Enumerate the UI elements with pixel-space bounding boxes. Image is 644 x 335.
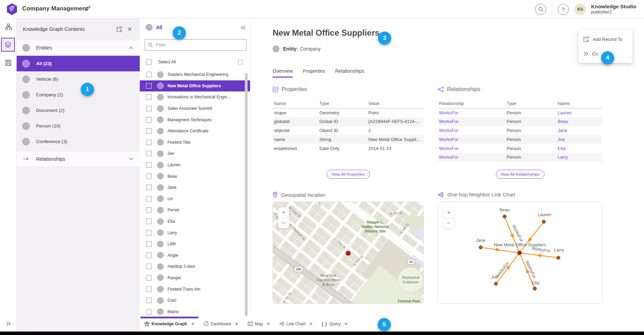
item-checkbox[interactable] xyxy=(146,162,152,168)
entity-list-item[interactable]: Persie xyxy=(140,204,250,216)
item-checkbox[interactable] xyxy=(146,128,152,134)
view-all-properties-button[interactable]: View All Properties xyxy=(327,170,370,179)
select-all-checkbox[interactable] xyxy=(146,59,152,65)
relationship-link[interactable]: WorksFor xyxy=(438,108,505,117)
item-checkbox[interactable] xyxy=(146,94,152,100)
close-tab-icon[interactable]: ✕ xyxy=(267,321,270,326)
close-panel-icon[interactable] xyxy=(124,24,135,34)
add-group-icon[interactable] xyxy=(114,24,124,34)
item-checkbox[interactable] xyxy=(146,140,152,145)
edit-title-icon[interactable] xyxy=(85,6,91,11)
relationship-link[interactable]: WorksFor xyxy=(438,117,505,126)
item-checkbox[interactable] xyxy=(146,196,152,202)
layers-icon-selected[interactable] xyxy=(1,38,15,52)
view-tab[interactable]: Map ✕ xyxy=(243,316,275,332)
person-link[interactable]: Joe xyxy=(556,135,602,144)
entity-filter-row[interactable]: All (23) xyxy=(17,56,140,71)
view-tab[interactable]: Link Chart ✕ xyxy=(275,316,317,332)
add-entity-icon[interactable] xyxy=(235,57,246,67)
close-tab-icon[interactable]: ✕ xyxy=(344,321,348,326)
item-checkbox[interactable] xyxy=(146,185,152,190)
app-logo-icon[interactable] xyxy=(6,3,18,15)
entity-list-item[interactable]: Sales Associate Summit xyxy=(140,103,250,114)
entity-list-item[interactable]: Innovations in Mechanical Engin... xyxy=(140,91,250,103)
map-card[interactable]: + − xyxy=(273,202,424,304)
record-tab[interactable]: Relationships xyxy=(335,68,364,78)
search-button[interactable] xyxy=(535,4,546,15)
entity-filter-row[interactable]: Person (10) xyxy=(17,118,140,134)
view-tab[interactable]: Knowledge Graph ✕ xyxy=(140,316,199,332)
item-checkbox[interactable] xyxy=(146,207,152,213)
entity-list-item[interactable]: Lilith xyxy=(140,238,250,250)
item-checkbox[interactable] xyxy=(146,309,152,315)
close-tab-icon[interactable]: ✕ xyxy=(235,321,238,326)
entity-list-item[interactable]: Joe xyxy=(140,148,250,159)
relationship-link[interactable]: WorksFor xyxy=(438,135,505,144)
view-tab[interactable]: Dashboard ✕ xyxy=(199,316,243,332)
record-tab[interactable]: Overview xyxy=(273,68,293,78)
entity-list-item[interactable]: Attendance Certificate xyxy=(140,125,250,137)
zoom-in-button[interactable]: + xyxy=(443,208,454,218)
record-tab[interactable]: Properties xyxy=(303,68,325,78)
item-checkbox[interactable] xyxy=(146,286,152,292)
help-button[interactable]: ? xyxy=(558,4,569,15)
person-link[interactable]: Jane xyxy=(556,126,602,135)
item-checkbox[interactable] xyxy=(146,241,152,247)
save-icon[interactable] xyxy=(0,55,17,70)
entity-list-item[interactable]: Etta xyxy=(140,216,250,227)
person-link[interactable]: Etta xyxy=(556,144,602,153)
entity-filter-row[interactable]: Vehicle (6) xyxy=(17,71,140,87)
item-checkbox[interactable] xyxy=(146,106,152,111)
entity-list-item[interactable]: Managment Techniques xyxy=(140,114,250,125)
entity-list-item[interactable]: Matrix xyxy=(140,306,250,316)
relationship-link[interactable]: WorksFor xyxy=(438,126,505,135)
chevron-up-icon[interactable] xyxy=(129,46,134,49)
entity-list-item[interactable]: Firebird Trans Am xyxy=(140,283,250,295)
entity-filter-row[interactable]: Document (2) xyxy=(17,103,140,118)
hierarchy-icon[interactable] xyxy=(0,19,17,34)
entity-list-item[interactable]: Civic xyxy=(140,295,250,306)
item-checkbox[interactable] xyxy=(146,151,152,156)
entity-list-item[interactable]: Lauren xyxy=(140,159,250,171)
item-checkbox[interactable] xyxy=(146,117,152,123)
zoom-in-button[interactable]: + xyxy=(278,208,289,218)
map-marker[interactable] xyxy=(346,251,351,256)
menu-item-add-record-to[interactable]: Add Record To xyxy=(578,32,633,46)
entity-list-item[interactable]: Larry xyxy=(140,227,250,238)
entity-list-item[interactable]: Ranger xyxy=(140,272,250,284)
item-checkbox[interactable] xyxy=(146,83,152,89)
entity-list-item[interactable]: Firebird Title xyxy=(140,137,250,148)
view-all-relationships-button[interactable]: View All Relationships xyxy=(496,170,544,179)
avatar[interactable]: KS xyxy=(574,3,586,15)
entity-list-item[interactable]: New Metal Office Suppliers xyxy=(140,80,250,92)
zoom-out-button[interactable]: − xyxy=(278,218,289,229)
map-canvas[interactable]: W Clay St W Marshall St E Clay St N 3rd … xyxy=(273,202,424,304)
item-checkbox[interactable] xyxy=(146,72,152,77)
entity-list-item[interactable]: Hardtop 2-door xyxy=(140,261,250,272)
person-link[interactable]: Lauren xyxy=(556,108,602,117)
close-tab-icon[interactable]: ✕ xyxy=(309,321,313,326)
item-checkbox[interactable] xyxy=(146,275,152,281)
scrollbar-thumb[interactable] xyxy=(245,73,248,316)
entity-list-item[interactable]: Jane xyxy=(140,182,250,193)
entity-filter-row[interactable]: Conference (3) xyxy=(17,134,140,149)
entity-list-item[interactable]: Uri xyxy=(140,193,250,205)
chevron-down-icon[interactable] xyxy=(129,158,134,160)
person-link[interactable]: Larry xyxy=(556,153,602,162)
entity-list-item[interactable]: Angie xyxy=(140,250,250,261)
relationship-link[interactable]: WorksFor xyxy=(438,153,505,162)
collapse-panel-icon[interactable] xyxy=(240,25,246,30)
item-checkbox[interactable] xyxy=(146,298,152,303)
close-tab-icon[interactable]: ✕ xyxy=(191,321,195,326)
item-checkbox[interactable] xyxy=(146,219,152,224)
entities-section-header[interactable]: Entities xyxy=(17,40,140,56)
view-tab[interactable]: { } Query ✕ xyxy=(317,316,352,332)
relationships-section-header[interactable]: Relationships xyxy=(17,151,140,167)
link-chart-card[interactable]: + − WorksForWorksForWorksForWorksForBeau… xyxy=(438,202,602,304)
item-checkbox[interactable] xyxy=(146,174,152,179)
filter-input[interactable]: Filter xyxy=(145,39,247,51)
item-checkbox[interactable] xyxy=(146,264,152,269)
relationship-link[interactable]: WorksFor xyxy=(438,144,505,153)
zoom-out-button[interactable]: − xyxy=(443,218,454,229)
item-checkbox[interactable] xyxy=(146,230,152,236)
